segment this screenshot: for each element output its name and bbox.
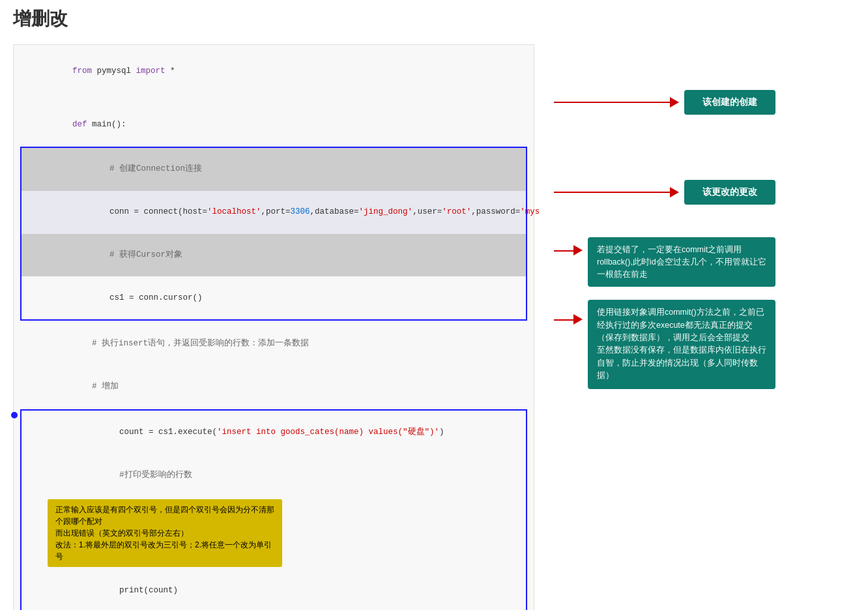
highlight-box-1: # 创建Connection连接 conn = connect(host='lo… [20,147,527,321]
annotation-4: 使用链接对象调用commit()方法之前，之前已经执行过的多次execute都无… [588,300,775,388]
page-title: 增删改 [13,7,855,31]
tooltip-box-1: 正常输入应该是有四个双引号，但是四个双引号会因为分不清那个跟哪个配对而出现错误（… [48,499,282,567]
highlight-box-2: count = cs1.execute('insert into goods_c… [20,409,527,610]
code-block: from pymysql import * def main(): # 创建Co… [13,44,534,610]
annotations-column: 该创建的创建 该更改的更改 若提交错了，一定要在commit之前调用rollba… [554,44,775,610]
code-line-def: def main(): [14,104,534,145]
annotation-3: 若提交错了，一定要在commit之前调用rollback(),此时id会空过去几… [588,237,775,287]
code-line-1: from pymysql import * [14,50,534,92]
annotation-1: 该创建的创建 [684,90,775,115]
annotation-2: 该更改的更改 [684,180,775,205]
